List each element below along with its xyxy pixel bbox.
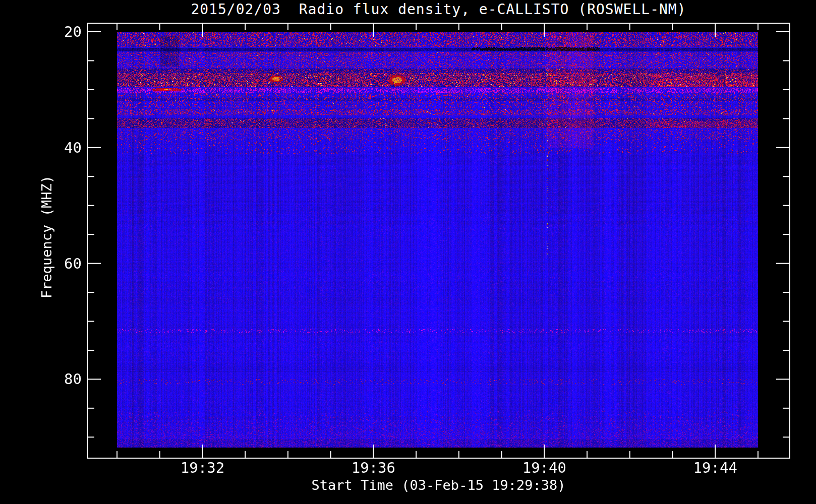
x-tick-label: 19:40 (509, 459, 579, 476)
x-tick-label: 19:44 (680, 459, 750, 476)
y-tick-label: 80 (31, 370, 82, 388)
x-tick-label: 19:36 (338, 459, 409, 476)
x-axis-title: Start Time (03-Feb-15 19:29:38) (87, 477, 790, 493)
callisto-spectrogram-figure: 2015/02/03 Radio flux density, e-CALLIST… (0, 0, 816, 504)
y-tick-label: 20 (31, 23, 82, 40)
x-tick-label: 19:32 (167, 459, 238, 476)
axes-frame (0, 0, 816, 504)
y-axis-title: Frequency (MHZ) (39, 175, 54, 298)
y-tick-label: 40 (31, 139, 82, 156)
